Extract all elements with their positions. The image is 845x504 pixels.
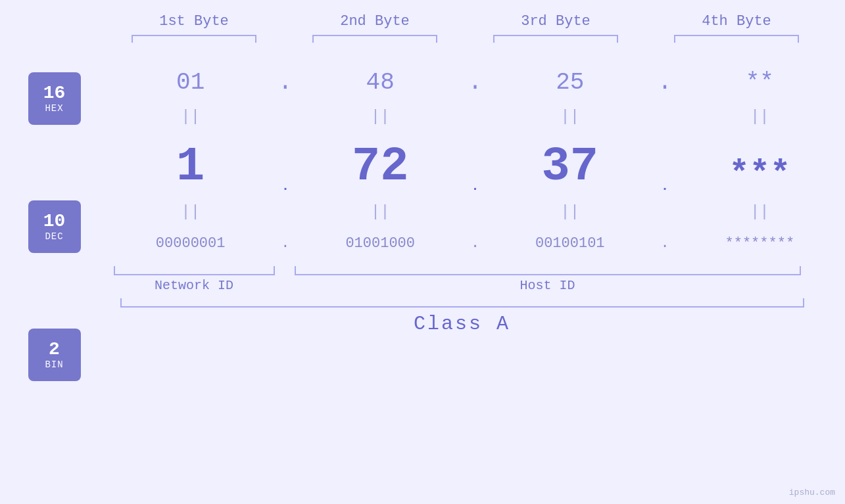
eq1-b1: || <box>118 108 263 126</box>
eq2-b1: || <box>118 203 263 221</box>
dec-row: 1 . 72 . 37 . *** <box>114 128 837 200</box>
dec-b3-cell: 37 <box>498 140 642 194</box>
bin-sep3: . <box>652 235 678 252</box>
hex-b3-cell: 25 <box>498 69 642 96</box>
hex-b1-cell: 01 <box>118 69 263 96</box>
hex-badge-label: HEX <box>45 103 63 114</box>
bin-b3-cell: 00100101 <box>498 235 642 252</box>
network-id-bracket <box>114 266 275 275</box>
dec-sep2: . <box>462 152 488 194</box>
hex-b2-value: 48 <box>366 69 395 96</box>
hex-badge: 16 HEX <box>28 72 81 125</box>
bin-sep1: . <box>272 235 299 252</box>
dec-badge: 10 DEC <box>28 200 81 253</box>
eq1-b3: || <box>498 108 642 126</box>
bin-row: 00000001 . 01001000 . 00100101 . <box>114 223 837 263</box>
dec-b1-value: 1 <box>176 140 205 194</box>
eq1-b2: || <box>308 108 452 126</box>
dec-b2-value: 72 <box>352 140 408 194</box>
dec-badge-label: DEC <box>45 231 63 242</box>
eq2-b3: || <box>498 203 642 221</box>
dec-sep3: . <box>652 152 678 194</box>
eq1-b4: || <box>687 108 832 126</box>
hex-sep1: . <box>272 69 299 96</box>
byte-headers: 1st Byte 2nd Byte 3rd Byte 4th Byte <box>104 13 827 30</box>
bottom-bracket-area <box>114 266 811 275</box>
dec-b3-value: 37 <box>542 140 598 194</box>
bin-b3-value: 00100101 <box>535 235 605 252</box>
id-labels: Network ID Host ID <box>114 278 811 293</box>
bracket-b4 <box>674 35 799 43</box>
bin-b4-value: ******** <box>725 235 795 252</box>
bin-b2-cell: 01001000 <box>308 235 452 252</box>
bin-sep2: . <box>462 235 488 252</box>
bin-badge-label: BIN <box>45 359 63 370</box>
main-container: 1st Byte 2nd Byte 3rd Byte 4th Byte 16 H… <box>0 0 845 504</box>
hex-sep3: . <box>652 69 678 96</box>
bin-b1-value: 00000001 <box>156 235 226 252</box>
equals-row-2: || || || || <box>114 200 837 223</box>
eq2-b4: || <box>687 203 832 221</box>
hex-b2-cell: 48 <box>308 69 452 96</box>
dec-b4-cell: *** <box>687 155 832 194</box>
host-id-bracket <box>295 266 801 275</box>
bin-badge-number: 2 <box>49 340 60 360</box>
equals-row-1: || || || || <box>114 105 837 128</box>
byte1-header: 1st Byte <box>122 13 266 30</box>
hex-b1-value: 01 <box>176 69 205 96</box>
byte4-header: 4th Byte <box>664 13 809 30</box>
byte2-header: 2nd Byte <box>302 13 447 30</box>
watermark: ipshu.com <box>789 488 835 497</box>
hex-b4-cell: ** <box>687 69 832 96</box>
dec-b1-cell: 1 <box>118 140 263 194</box>
dec-sep1: . <box>272 152 299 194</box>
dec-b4-value: *** <box>729 155 791 194</box>
network-id-label: Network ID <box>114 278 275 293</box>
top-brackets <box>104 35 827 43</box>
bin-b1-cell: 00000001 <box>118 235 263 252</box>
class-section: Class A <box>114 298 811 335</box>
host-id-label: Host ID <box>295 278 801 293</box>
dec-badge-number: 10 <box>43 212 66 232</box>
hex-b3-value: 25 <box>556 69 584 96</box>
hex-b4-value: ** <box>746 69 774 96</box>
eq2-b2: || <box>308 203 452 221</box>
hex-sep2: . <box>462 69 488 96</box>
bin-b4-cell: ******** <box>687 235 832 252</box>
badges-column: 16 HEX 10 DEC 2 BIN <box>28 66 114 381</box>
bin-badge: 2 BIN <box>28 329 81 381</box>
bracket-b1 <box>132 35 256 43</box>
bin-b2-value: 01001000 <box>345 235 415 252</box>
bracket-b3 <box>493 35 618 43</box>
bracket-b2 <box>312 35 437 43</box>
byte3-header: 3rd Byte <box>483 13 628 30</box>
hex-row: 01 . 48 . 25 . ** <box>114 59 837 105</box>
class-bracket <box>120 298 804 308</box>
class-label: Class A <box>414 313 510 335</box>
dec-b2-cell: 72 <box>308 140 452 194</box>
hex-badge-number: 16 <box>43 83 66 104</box>
